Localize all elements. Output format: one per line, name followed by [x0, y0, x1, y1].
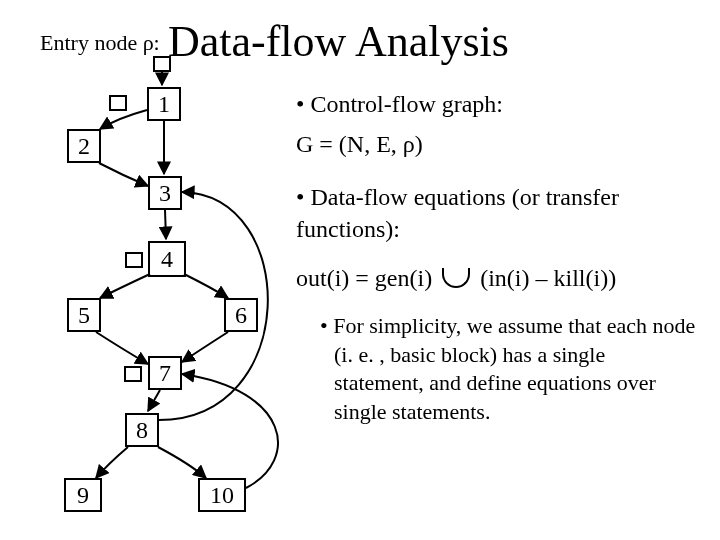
node-10: 10: [198, 478, 246, 512]
node-6: 6: [224, 298, 258, 332]
out-eq-left: out(i) = gen(i): [296, 265, 438, 291]
node-5-label: 5: [78, 303, 90, 327]
bullet-simplicity: • For simplicity, we assume that each no…: [320, 312, 696, 426]
node-2-label: 2: [78, 134, 90, 158]
slide-stage: Data-flow Analysis Entry node ρ: 1 2 3 4…: [0, 0, 720, 540]
out-eq-right: (in(i) – kill(i)): [480, 265, 616, 291]
node-3: 3: [148, 176, 182, 210]
bullet-cfg: • Control-flow graph:: [296, 88, 696, 120]
node-2: 2: [67, 129, 101, 163]
node-5: 5: [67, 298, 101, 332]
node-6-label: 6: [235, 303, 247, 327]
entry-node: [153, 56, 171, 72]
node-1-label: 1: [158, 92, 170, 116]
node-3-label: 3: [159, 181, 171, 205]
node-8-label: 8: [136, 418, 148, 442]
graph-equation: G = (N, E, ρ): [296, 128, 696, 160]
slide-title: Data-flow Analysis: [168, 16, 509, 67]
deco-square-1: [109, 95, 127, 111]
node-10-label: 10: [210, 483, 234, 507]
deco-square-7: [124, 366, 142, 382]
deco-square-4: [125, 252, 143, 268]
node-8: 8: [125, 413, 159, 447]
node-9-label: 9: [77, 483, 89, 507]
entry-node-label: Entry node ρ:: [40, 30, 160, 56]
node-4: 4: [148, 241, 186, 277]
node-4-label: 4: [161, 247, 173, 271]
node-9: 9: [64, 478, 102, 512]
bullet-dfe: • Data-flow equations (or transfer funct…: [296, 181, 696, 246]
out-equation: out(i) = gen(i) (in(i) – kill(i)): [296, 262, 696, 294]
node-7: 7: [148, 356, 182, 390]
union-icon: [442, 268, 470, 288]
bullet-panel: • Control-flow graph: G = (N, E, ρ) • Da…: [296, 88, 696, 426]
node-1: 1: [147, 87, 181, 121]
node-7-label: 7: [159, 361, 171, 385]
